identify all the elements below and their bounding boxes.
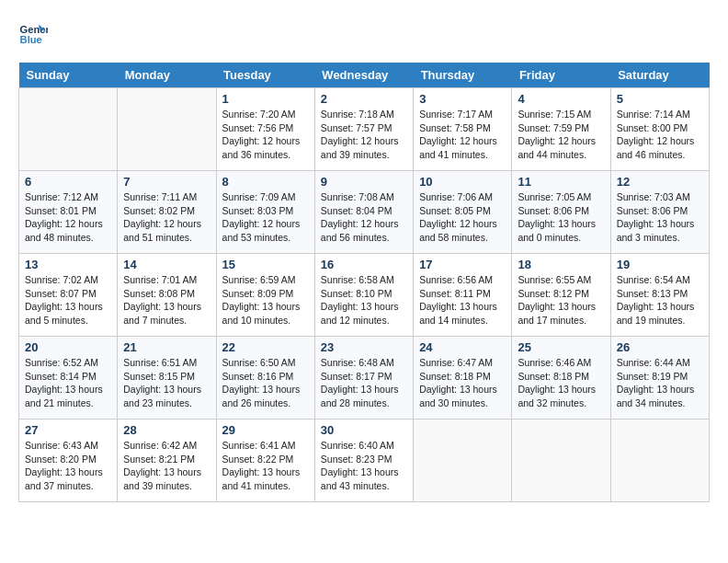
day-number: 14 <box>123 258 210 271</box>
day-info: Sunrise: 6:48 AM Sunset: 8:17 PM Dayligh… <box>321 356 407 410</box>
day-info: Sunrise: 6:52 AM Sunset: 8:14 PM Dayligh… <box>25 356 111 410</box>
day-cell: 28Sunrise: 6:42 AM Sunset: 8:21 PM Dayli… <box>118 419 216 502</box>
day-number: 3 <box>419 92 506 106</box>
week-row-3: 13Sunrise: 7:02 AM Sunset: 8:07 PM Dayli… <box>19 254 710 337</box>
day-cell <box>610 419 709 502</box>
day-cell: 1Sunrise: 7:20 AM Sunset: 7:56 PM Daylig… <box>216 88 314 171</box>
weekday-header-saturday: Saturday <box>610 63 709 88</box>
day-number: 16 <box>321 258 407 271</box>
logo: General Blue <box>18 18 51 48</box>
day-info: Sunrise: 7:20 AM Sunset: 7:56 PM Dayligh… <box>222 108 309 162</box>
day-cell: 17Sunrise: 6:56 AM Sunset: 8:11 PM Dayli… <box>414 254 512 337</box>
day-info: Sunrise: 6:47 AM Sunset: 8:18 PM Dayligh… <box>419 356 506 410</box>
day-info: Sunrise: 6:54 AM Sunset: 8:13 PM Dayligh… <box>617 273 703 327</box>
week-row-2: 6Sunrise: 7:12 AM Sunset: 8:01 PM Daylig… <box>19 171 710 254</box>
day-info: Sunrise: 6:46 AM Sunset: 8:18 PM Dayligh… <box>518 356 604 410</box>
day-cell: 20Sunrise: 6:52 AM Sunset: 8:14 PM Dayli… <box>19 337 118 419</box>
day-cell: 10Sunrise: 7:06 AM Sunset: 8:05 PM Dayli… <box>414 171 512 254</box>
day-number: 12 <box>617 175 703 189</box>
day-number: 5 <box>617 92 703 106</box>
day-info: Sunrise: 7:06 AM Sunset: 8:05 PM Dayligh… <box>419 190 506 245</box>
day-cell: 24Sunrise: 6:47 AM Sunset: 8:18 PM Dayli… <box>414 337 512 419</box>
day-cell: 5Sunrise: 7:14 AM Sunset: 8:00 PM Daylig… <box>610 88 709 171</box>
day-number: 19 <box>617 258 703 271</box>
day-cell: 3Sunrise: 7:17 AM Sunset: 7:58 PM Daylig… <box>414 88 512 171</box>
day-cell: 8Sunrise: 7:09 AM Sunset: 8:03 PM Daylig… <box>216 171 314 254</box>
day-info: Sunrise: 6:44 AM Sunset: 8:19 PM Dayligh… <box>617 356 703 410</box>
day-info: Sunrise: 6:55 AM Sunset: 8:12 PM Dayligh… <box>518 273 604 327</box>
day-info: Sunrise: 7:12 AM Sunset: 8:01 PM Dayligh… <box>25 190 111 245</box>
week-row-1: 1Sunrise: 7:20 AM Sunset: 7:56 PM Daylig… <box>19 88 710 171</box>
day-number: 29 <box>222 423 309 437</box>
day-number: 15 <box>222 258 309 271</box>
day-info: Sunrise: 7:09 AM Sunset: 8:03 PM Dayligh… <box>222 190 309 245</box>
week-row-4: 20Sunrise: 6:52 AM Sunset: 8:14 PM Dayli… <box>19 337 710 419</box>
day-cell <box>512 419 610 502</box>
day-number: 24 <box>419 340 506 354</box>
day-cell <box>414 419 512 502</box>
day-number: 20 <box>25 340 111 354</box>
day-cell: 6Sunrise: 7:12 AM Sunset: 8:01 PM Daylig… <box>19 171 118 254</box>
day-info: Sunrise: 6:41 AM Sunset: 8:22 PM Dayligh… <box>222 439 309 493</box>
weekday-header-sunday: Sunday <box>19 63 118 88</box>
day-number: 2 <box>321 92 407 106</box>
day-info: Sunrise: 7:05 AM Sunset: 8:06 PM Dayligh… <box>518 190 604 245</box>
weekday-header-tuesday: Tuesday <box>216 63 314 88</box>
day-cell: 22Sunrise: 6:50 AM Sunset: 8:16 PM Dayli… <box>216 337 314 419</box>
day-info: Sunrise: 6:43 AM Sunset: 8:20 PM Dayligh… <box>25 439 111 493</box>
day-number: 9 <box>321 175 407 189</box>
day-cell: 15Sunrise: 6:59 AM Sunset: 8:09 PM Dayli… <box>216 254 314 337</box>
day-info: Sunrise: 6:59 AM Sunset: 8:09 PM Dayligh… <box>222 273 309 327</box>
day-cell: 21Sunrise: 6:51 AM Sunset: 8:15 PM Dayli… <box>118 337 216 419</box>
weekday-header-monday: Monday <box>118 63 216 88</box>
day-info: Sunrise: 7:11 AM Sunset: 8:02 PM Dayligh… <box>123 190 210 245</box>
day-cell: 14Sunrise: 7:01 AM Sunset: 8:08 PM Dayli… <box>118 254 216 337</box>
day-cell: 19Sunrise: 6:54 AM Sunset: 8:13 PM Dayli… <box>610 254 709 337</box>
day-number: 8 <box>222 175 309 189</box>
day-number: 28 <box>123 423 210 437</box>
day-info: Sunrise: 7:15 AM Sunset: 7:59 PM Dayligh… <box>518 108 604 162</box>
day-info: Sunrise: 6:58 AM Sunset: 8:10 PM Dayligh… <box>321 273 407 327</box>
day-number: 22 <box>222 340 309 354</box>
day-number: 30 <box>321 423 407 437</box>
day-cell: 9Sunrise: 7:08 AM Sunset: 8:04 PM Daylig… <box>314 171 413 254</box>
day-cell: 29Sunrise: 6:41 AM Sunset: 8:22 PM Dayli… <box>216 419 314 502</box>
weekday-header-friday: Friday <box>512 63 610 88</box>
day-info: Sunrise: 6:42 AM Sunset: 8:21 PM Dayligh… <box>123 439 210 493</box>
day-cell: 18Sunrise: 6:55 AM Sunset: 8:12 PM Dayli… <box>512 254 610 337</box>
day-cell <box>19 88 118 171</box>
logo-icon: General Blue <box>18 18 48 48</box>
day-cell: 2Sunrise: 7:18 AM Sunset: 7:57 PM Daylig… <box>314 88 413 171</box>
weekday-header-row: SundayMondayTuesdayWednesdayThursdayFrid… <box>19 63 710 88</box>
day-cell: 12Sunrise: 7:03 AM Sunset: 8:06 PM Dayli… <box>610 171 709 254</box>
day-info: Sunrise: 6:51 AM Sunset: 8:15 PM Dayligh… <box>123 356 210 410</box>
day-info: Sunrise: 6:40 AM Sunset: 8:23 PM Dayligh… <box>321 439 407 493</box>
day-info: Sunrise: 7:02 AM Sunset: 8:07 PM Dayligh… <box>25 273 111 327</box>
day-cell: 30Sunrise: 6:40 AM Sunset: 8:23 PM Dayli… <box>314 419 413 502</box>
day-number: 11 <box>518 175 604 189</box>
day-info: Sunrise: 7:14 AM Sunset: 8:00 PM Dayligh… <box>617 108 703 162</box>
day-number: 13 <box>25 258 111 271</box>
day-number: 10 <box>419 175 506 189</box>
day-cell: 16Sunrise: 6:58 AM Sunset: 8:10 PM Dayli… <box>314 254 413 337</box>
day-number: 23 <box>321 340 407 354</box>
day-number: 27 <box>25 423 111 437</box>
day-cell: 11Sunrise: 7:05 AM Sunset: 8:06 PM Dayli… <box>512 171 610 254</box>
weekday-header-thursday: Thursday <box>414 63 512 88</box>
weekday-header-wednesday: Wednesday <box>314 63 413 88</box>
day-cell: 23Sunrise: 6:48 AM Sunset: 8:17 PM Dayli… <box>314 337 413 419</box>
day-info: Sunrise: 7:01 AM Sunset: 8:08 PM Dayligh… <box>123 273 210 327</box>
day-info: Sunrise: 7:17 AM Sunset: 7:58 PM Dayligh… <box>419 108 506 162</box>
day-cell: 27Sunrise: 6:43 AM Sunset: 8:20 PM Dayli… <box>19 419 118 502</box>
day-cell: 25Sunrise: 6:46 AM Sunset: 8:18 PM Dayli… <box>512 337 610 419</box>
day-number: 4 <box>518 92 604 106</box>
day-info: Sunrise: 6:50 AM Sunset: 8:16 PM Dayligh… <box>222 356 309 410</box>
day-number: 6 <box>25 175 111 189</box>
day-number: 1 <box>222 92 309 106</box>
day-number: 21 <box>123 340 210 354</box>
day-info: Sunrise: 7:08 AM Sunset: 8:04 PM Dayligh… <box>321 190 407 245</box>
day-cell: 26Sunrise: 6:44 AM Sunset: 8:19 PM Dayli… <box>610 337 709 419</box>
svg-text:Blue: Blue <box>20 34 42 45</box>
day-number: 17 <box>419 258 506 271</box>
day-number: 25 <box>518 340 604 354</box>
